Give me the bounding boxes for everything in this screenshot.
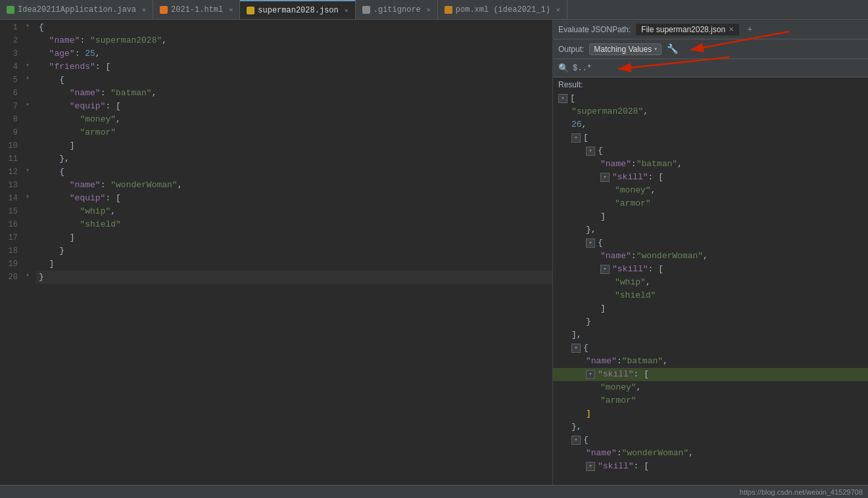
search-input[interactable] [573,64,863,73]
editor-panel: 12345 678910 1112131415 1617181920 ▾ ▾ ▾… [0,20,552,485]
code-line-14: "equip": [ [36,192,552,205]
result-line-19: ▾ { [553,342,868,355]
result-line-15: "shield" [553,289,868,302]
search-bar: 🔍 [553,59,868,78]
code-line-2: "name": "superman2028", [36,34,552,47]
tree-node-icon-6[interactable]: ▾ [600,173,610,182]
fold-line12[interactable]: ▾ [23,166,32,175]
code-line-6: "name": "batman", [36,87,552,100]
tree-node-icon-19[interactable]: ▾ [571,344,581,353]
tab-close-idea[interactable]: ✕ [142,6,146,14]
tab-icon-html [160,6,168,14]
fold-line7[interactable]: ▾ [23,100,32,109]
main-container: Idea20211Application.java ✕ 2021-1.html … [0,0,868,498]
tab-bar: Idea20211Application.java ✕ 2021-1.html … [0,0,868,20]
output-label: Output: [558,45,584,54]
result-line-11: ▾ { [553,237,868,250]
line-numbers: 12345 678910 1112131415 1617181920 [0,20,23,485]
tree-node-icon-11[interactable]: ▾ [586,238,595,248]
tab-label-json: superman2028.json [258,6,338,15]
result-line-21: ▾ "skill": [ [553,368,868,381]
result-line-4: ▾ { [553,145,868,158]
code-line-7: "equip": [ [36,100,552,113]
code-line-13: "name": "wonderWoman", [36,179,552,192]
result-line-14: "whip", [553,276,868,289]
result-line-0: ▾ [ [553,92,868,105]
code-line-10: ] [36,139,552,152]
tab-icon-gitignore [362,6,370,14]
output-dropdown-value: Matching Values [594,45,652,54]
tree-node-icon-28[interactable]: ▾ [586,462,595,471]
result-line-13: ▾ "skill": [ [553,263,868,276]
code-line-5: { [36,74,552,87]
result-line-17: } [553,315,868,328]
search-icon: 🔍 [558,63,569,74]
status-url: https://blog.csdn.net/weixin_41529708 [740,488,863,496]
tree-node-icon-21[interactable]: ▾ [586,370,595,379]
result-line-28: ▾ "skill": [ [553,460,868,473]
tab-label-html: 2021-1.html [171,5,223,14]
result-line-8: "armor" [553,197,868,210]
file-tab-label: File superman2028.json [641,25,725,34]
code-line-9: "armor" [36,126,552,139]
tab-close-pom[interactable]: ✕ [556,6,560,14]
code-line-16: "shield" [36,218,552,231]
code-area[interactable]: { "name": "superman2028", "age": 25, "fr… [36,20,552,485]
dropdown-arrow-icon: ▾ [654,46,657,52]
status-bar: https://blog.csdn.net/weixin_41529708 [0,485,868,498]
result-line-27: "name": "wonderWoman", [553,447,868,460]
add-tab-button[interactable]: + [747,24,752,35]
tab-close-gitignore[interactable]: ✕ [427,6,431,14]
tree-node-icon-3[interactable]: ▾ [571,133,581,143]
tab-close-html[interactable]: ✕ [229,6,233,14]
result-line-25: }, [553,420,868,434]
result-line-10: }, [553,223,868,237]
fold-line1[interactable]: ▾ [23,21,32,30]
result-line-24: ] [553,407,868,420]
fold-line14[interactable]: ▾ [23,192,32,201]
result-line-5: "name": "batman", [553,158,868,171]
output-dropdown[interactable]: Matching Values ▾ [589,43,662,55]
result-line-3: ▾ [ [553,131,868,145]
tab-icon-idea [7,6,14,14]
result-line-26: ▾ { [553,434,868,447]
tree-node-icon-4[interactable]: ▾ [586,147,595,156]
tab-close-json[interactable]: ✕ [345,7,349,14]
code-line-12: { [36,166,552,179]
file-tab[interactable]: File superman2028.json ✕ [636,24,739,35]
wrench-icon[interactable]: 🔧 [667,43,678,55]
tab-pom[interactable]: pom.xml (idea2021_1) ✕ [438,0,567,19]
result-label: Result: [553,78,868,91]
result-line-23: "armor" [553,394,868,407]
result-line-1: "superman2028", [553,105,868,118]
output-bar: Output: Matching Values ▾ 🔧 [553,39,868,59]
fold-line4[interactable]: ▾ [23,60,32,70]
code-line-3: "age": 25, [36,47,552,60]
tab-html[interactable]: 2021-1.html ✕ [153,0,240,19]
tab-icon-pom [445,6,452,14]
result-line-18: ], [553,328,868,342]
tab-json[interactable]: superman2028.json ✕ [240,0,355,19]
result-line-7: "money", [553,184,868,197]
tree-node-icon-13[interactable]: ▾ [600,265,610,274]
right-panel: Evaluate JSONPath: File superman2028.jso… [552,20,868,485]
result-tree[interactable]: ▾ [ "superman2028", 26, ▾ [ ▾ [553,91,868,485]
tab-gitignore[interactable]: .gitignore ✕ [356,0,438,19]
tree-node-icon-26[interactable]: ▾ [571,436,581,445]
file-tab-close[interactable]: ✕ [729,26,734,33]
editor-gutter: ▾ ▾ ▾ ▾ ▾ ▾ ▾ [23,20,36,485]
code-line-18: } [36,244,552,258]
result-line-20: "name": "batman", [553,355,868,368]
code-line-1: { [36,21,552,34]
fold-line20[interactable]: ▾ [23,271,32,280]
fold-line5[interactable]: ▾ [23,74,32,83]
tab-label-idea: Idea20211Application.java [18,5,136,14]
code-line-15: "whip", [36,205,552,218]
result-line-16: ] [553,302,868,315]
tree-node-icon-0[interactable]: ▾ [558,94,567,103]
code-line-17: ] [36,231,552,244]
code-line-20: } [36,271,552,284]
code-line-11: }, [36,152,552,166]
jsonpath-toolbar: Evaluate JSONPath: File superman2028.jso… [553,20,868,39]
tab-idea[interactable]: Idea20211Application.java ✕ [0,0,153,19]
